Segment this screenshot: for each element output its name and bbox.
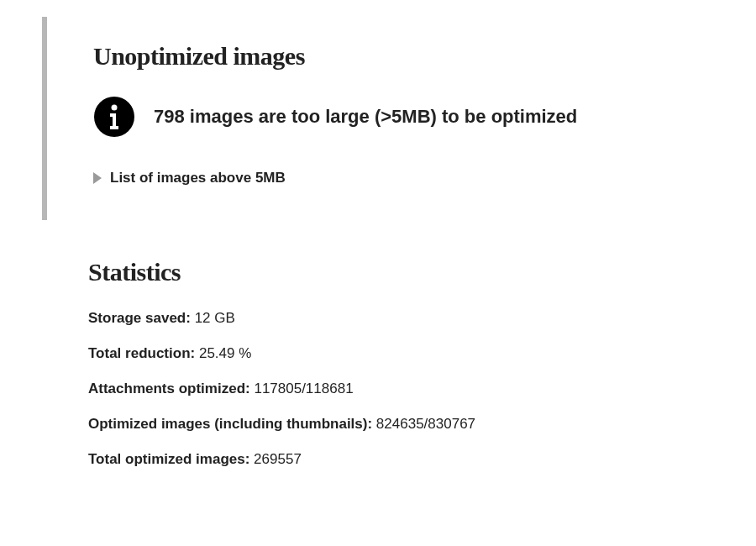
stat-storage-saved: Storage saved: 12 GB <box>88 310 756 327</box>
stat-value: 25.49 % <box>199 345 251 361</box>
stat-value: 12 GB <box>195 310 235 326</box>
stat-attachments-optimized: Attachments optimized: 117805/118681 <box>88 381 756 397</box>
expand-list-toggle[interactable]: List of images above 5MB <box>93 170 722 186</box>
stat-label: Total optimized images: <box>88 451 249 467</box>
stat-total-reduction: Total reduction: 25.49 % <box>88 345 756 362</box>
stat-value: 269557 <box>254 451 302 467</box>
stat-total-optimized: Total optimized images: 269557 <box>88 451 756 468</box>
svg-point-1 <box>112 105 118 111</box>
stat-optimized-images: Optimized images (including thumbnails):… <box>88 416 756 433</box>
triangle-right-icon <box>93 172 102 184</box>
stat-label: Attachments optimized: <box>88 381 250 396</box>
expand-label: List of images above 5MB <box>110 170 286 186</box>
stat-label: Total reduction: <box>88 345 195 361</box>
statistics-section: Statistics Storage saved: 12 GB Total re… <box>88 245 756 468</box>
stat-value: 824635/830767 <box>376 416 475 432</box>
unoptimized-panel: Unoptimized images 798 images are too la… <box>42 17 756 220</box>
unoptimized-heading: Unoptimized images <box>93 42 722 71</box>
stat-label: Storage saved: <box>88 310 191 326</box>
stat-label: Optimized images (including thumbnails): <box>88 416 372 432</box>
info-icon <box>93 96 135 138</box>
stat-value: 117805/118681 <box>254 381 353 396</box>
statistics-heading: Statistics <box>88 258 756 286</box>
info-row: 798 images are too large (>5MB) to be op… <box>93 96 722 138</box>
info-message: 798 images are too large (>5MB) to be op… <box>154 106 577 128</box>
